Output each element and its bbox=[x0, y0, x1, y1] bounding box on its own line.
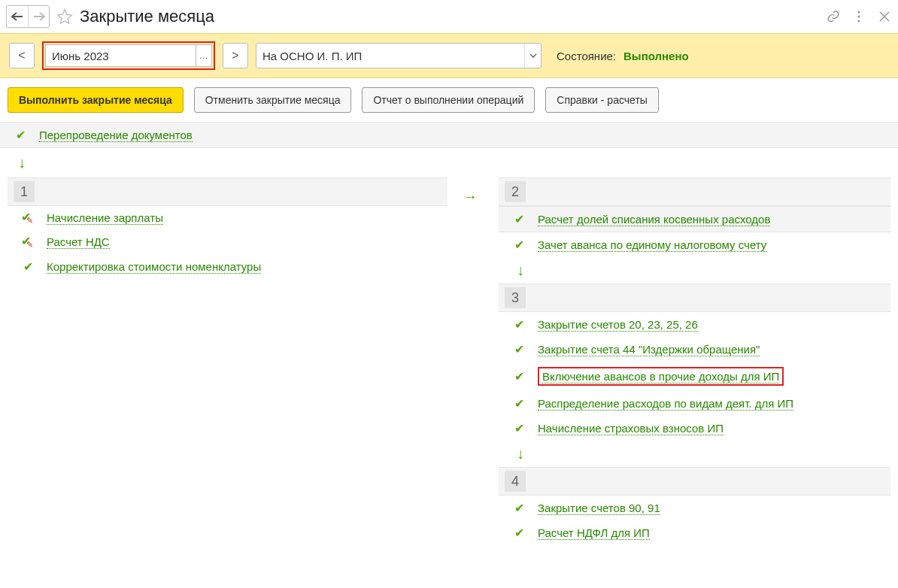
period-picker-button[interactable]: ... bbox=[196, 44, 212, 67]
op-insurance-ip-link[interactable]: Начисление страховых взносов ИП bbox=[538, 422, 724, 435]
op-cost-correction-link[interactable]: Корректировка стоимости номенклатуры bbox=[47, 260, 261, 274]
action-bar: Выполнить закрытие месяца Отменить закры… bbox=[0, 78, 898, 122]
op-close-90-91-link[interactable]: Закрытие счетов 90, 91 bbox=[538, 502, 660, 515]
titlebar-actions bbox=[826, 9, 892, 24]
state-label: Состояние: bbox=[557, 50, 616, 62]
nav-forward-button[interactable] bbox=[28, 6, 49, 27]
arrow-right-icon: → bbox=[463, 188, 478, 205]
column-left: 1 Начисление зарплаты Расчет НДС ✔ Корре… bbox=[8, 177, 447, 545]
op-row-expense-distribution-ip: ✔ Распределение расходов по видам деят. … bbox=[499, 391, 890, 416]
check-icon: ✔ bbox=[512, 342, 526, 356]
op-nds-link[interactable]: Расчет НДС bbox=[47, 235, 110, 249]
svg-point-0 bbox=[857, 11, 860, 13]
check-icon: ✔ bbox=[14, 128, 27, 142]
check-manual-icon bbox=[21, 235, 35, 249]
arrow-down-icon: ↓ bbox=[18, 154, 26, 171]
state-value: Выполнено bbox=[623, 50, 689, 62]
op-row-advance-income-ip: ✔ Включение авансов в прочие доходы для … bbox=[499, 362, 890, 391]
repost-documents-row: ✔ Перепроведение документов bbox=[0, 122, 898, 148]
op-advance-offset-link[interactable]: Зачет аванса по единому налоговому счету bbox=[538, 238, 766, 252]
block-2-header: 2 bbox=[499, 177, 890, 206]
repost-documents-link[interactable]: Перепроведение документов bbox=[39, 129, 193, 142]
op-row-ndfl-ip: ✔ Расчет НДФЛ для ИП bbox=[499, 520, 890, 545]
close-icon[interactable] bbox=[877, 9, 892, 24]
flow-arrow-right: → bbox=[463, 177, 484, 545]
op-advance-income-ip-link[interactable]: Включение авансов в прочие доходы для ИП bbox=[542, 370, 779, 383]
check-icon: ✔ bbox=[512, 317, 526, 332]
arrow-down-icon: ↓ bbox=[517, 445, 524, 462]
check-icon: ✔ bbox=[512, 396, 526, 411]
op-row-indirect-share: ✔ Расчет долей списания косвенных расход… bbox=[499, 206, 890, 232]
op-close-44-link[interactable]: Закрытие счета 44 "Издержки обращения" bbox=[538, 343, 760, 356]
op-advance-income-highlight: Включение авансов в прочие доходы для ИП bbox=[538, 367, 784, 386]
flow-arrow-down: ↓ bbox=[0, 148, 898, 177]
more-menu-icon[interactable] bbox=[851, 9, 866, 24]
check-icon: ✔ bbox=[512, 526, 526, 540]
period-bar: < Июнь 2023 ... > На ОСНО И. П. ИП Состо… bbox=[0, 33, 898, 78]
nav-back-button[interactable] bbox=[7, 6, 28, 27]
op-expense-distribution-ip-link[interactable]: Распределение расходов по видам деят. дл… bbox=[538, 397, 793, 411]
block-1-header: 1 bbox=[8, 177, 447, 206]
svg-point-1 bbox=[857, 15, 860, 17]
check-icon: ✔ bbox=[512, 369, 526, 383]
block-2-number: 2 bbox=[505, 181, 526, 202]
operations-report-button[interactable]: Отчет о выполнении операций bbox=[362, 87, 535, 113]
arrow-left-icon bbox=[11, 12, 23, 21]
arrow-right-icon bbox=[33, 12, 45, 21]
block-3-number: 3 bbox=[505, 287, 526, 308]
favorite-star-icon[interactable] bbox=[56, 8, 74, 26]
op-close-20-26-link[interactable]: Закрытие счетов 20, 23, 25, 26 bbox=[538, 318, 698, 332]
op-ndfl-ip-link[interactable]: Расчет НДФЛ для ИП bbox=[538, 526, 650, 540]
op-row-cost-correction: ✔ Корректировка стоимости номенклатуры bbox=[8, 254, 447, 279]
op-row-salary: Начисление зарплаты bbox=[8, 206, 447, 230]
period-next-button[interactable]: > bbox=[223, 43, 248, 68]
block-4-number: 4 bbox=[505, 471, 526, 492]
check-icon: ✔ bbox=[512, 212, 526, 226]
check-icon: ✔ bbox=[512, 501, 526, 515]
op-row-close-44: ✔ Закрытие счета 44 "Издержки обращения" bbox=[499, 337, 890, 362]
op-row-nds: Расчет НДС bbox=[8, 230, 447, 254]
op-salary-link[interactable]: Начисление зарплаты bbox=[47, 211, 163, 225]
period-prev-button[interactable]: < bbox=[9, 43, 35, 68]
op-row-insurance-ip: ✔ Начисление страховых взносов ИП bbox=[499, 416, 890, 441]
block-1-number: 1 bbox=[14, 181, 35, 202]
check-manual-icon bbox=[21, 211, 35, 225]
column-right: 2 ✔ Расчет долей списания косвенных расх… bbox=[499, 177, 890, 545]
period-field[interactable]: Июнь 2023 bbox=[45, 44, 196, 67]
op-row-advance-offset: ✔ Зачет аванса по единому налоговому сче… bbox=[499, 232, 890, 257]
check-icon: ✔ bbox=[512, 238, 526, 252]
svg-point-2 bbox=[857, 20, 860, 22]
op-indirect-share-link[interactable]: Расчет долей списания косвенных расходов bbox=[538, 213, 770, 226]
organization-value[interactable]: На ОСНО И. П. ИП bbox=[256, 44, 524, 68]
organization-field: На ОСНО И. П. ИП bbox=[256, 43, 542, 68]
block-3-header: 3 bbox=[499, 283, 890, 312]
period-field-highlight: Июнь 2023 ... bbox=[42, 41, 215, 70]
flow-arrow-down-3: ↓ bbox=[499, 441, 890, 467]
titlebar: Закрытие месяца bbox=[0, 0, 898, 33]
run-close-month-button[interactable]: Выполнить закрытие месяца bbox=[8, 87, 184, 113]
check-icon: ✔ bbox=[21, 259, 35, 274]
op-row-close-90-91: ✔ Закрытие счетов 90, 91 bbox=[499, 496, 890, 520]
block-4-header: 4 bbox=[499, 467, 890, 496]
organization-dropdown-button[interactable] bbox=[524, 44, 541, 68]
page-title: Закрытие месяца bbox=[80, 7, 826, 26]
operation-columns: 1 Начисление зарплаты Расчет НДС ✔ Корре… bbox=[0, 177, 898, 560]
nav-buttons bbox=[6, 5, 50, 28]
cancel-close-month-button[interactable]: Отменить закрытие месяца bbox=[194, 87, 352, 113]
check-icon: ✔ bbox=[512, 421, 526, 435]
arrow-down-icon: ↓ bbox=[517, 262, 524, 278]
link-icon[interactable] bbox=[826, 9, 841, 24]
chevron-down-icon bbox=[529, 53, 537, 58]
op-row-close-20-26: ✔ Закрытие счетов 20, 23, 25, 26 bbox=[499, 312, 890, 337]
flow-arrow-down-2: ↓ bbox=[499, 257, 890, 283]
reference-calcs-button[interactable]: Справки - расчеты bbox=[545, 87, 659, 113]
